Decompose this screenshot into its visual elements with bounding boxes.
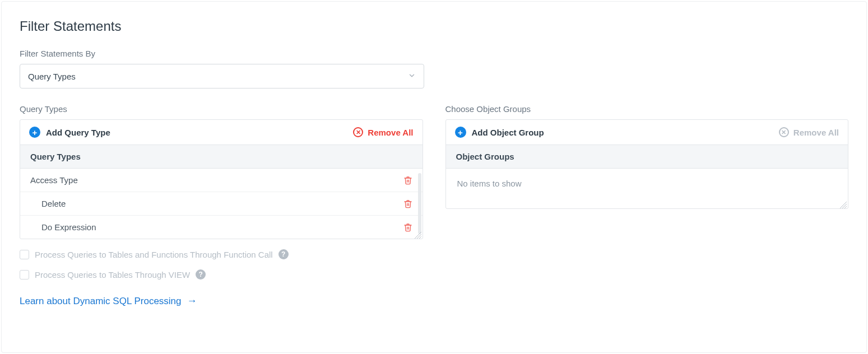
remove-all-query-types-label: Remove All [368, 128, 413, 137]
object-groups-column: Choose Object Groups + Add Object Group … [445, 104, 849, 209]
process-view-option: Process Queries to Tables Through VIEW ? [20, 269, 423, 280]
remove-all-object-groups-label: Remove All [793, 128, 839, 137]
list-item: Do Expression [20, 216, 423, 239]
object-groups-list-header: Object Groups [446, 145, 848, 169]
trash-icon[interactable] [403, 199, 412, 208]
process-func-call-option: Process Queries to Tables and Functions … [20, 249, 423, 259]
object-groups-empty-text: No items to show [446, 169, 848, 208]
list-item: Access Type [20, 169, 423, 192]
trash-icon[interactable] [403, 223, 412, 232]
arrow-right-icon: → [187, 295, 197, 307]
trash-icon[interactable] [403, 176, 412, 185]
query-types-column: Query Types + Add Query Type ✕ Remove Al… [20, 104, 423, 307]
filter-statements-panel: Filter Statements Filter Statements By Q… [1, 1, 867, 353]
learn-link-label: Learn about Dynamic SQL Processing [20, 296, 182, 307]
filter-by-label: Filter Statements By [20, 49, 848, 58]
add-query-type-button[interactable]: + Add Query Type [29, 127, 110, 138]
plus-circle-icon: + [455, 127, 466, 138]
filter-by-select[interactable]: Query Types [20, 64, 424, 88]
add-object-group-button[interactable]: + Add Object Group [455, 127, 544, 138]
list-item-label: Do Expression [30, 222, 96, 232]
query-types-list: Access Type Delete Do Expression [20, 169, 423, 239]
checkbox[interactable] [20, 250, 29, 259]
remove-all-query-types-button[interactable]: ✕ Remove All [353, 127, 413, 137]
checkbox[interactable] [20, 270, 29, 280]
filter-by-selected-value: Query Types [28, 72, 76, 81]
close-circle-icon: ✕ [353, 127, 363, 137]
option-label: Process Queries to Tables and Functions … [35, 250, 273, 259]
object-groups-box: + Add Object Group ✕ Remove All Object G… [445, 119, 849, 209]
scrollbar[interactable] [418, 173, 421, 234]
columns: Query Types + Add Query Type ✕ Remove Al… [20, 104, 848, 307]
plus-circle-icon: + [29, 127, 40, 138]
help-icon[interactable]: ? [278, 249, 289, 259]
list-item-label: Access Type [30, 175, 78, 185]
list-item-label: Delete [30, 199, 66, 208]
chevron-down-icon [408, 72, 416, 81]
add-query-type-label: Add Query Type [46, 128, 110, 137]
remove-all-object-groups-button: ✕ Remove All [779, 127, 839, 137]
query-types-box: + Add Query Type ✕ Remove All Query Type… [20, 119, 423, 239]
page-title: Filter Statements [20, 18, 848, 34]
help-icon[interactable]: ? [196, 269, 206, 280]
object-groups-section-label: Choose Object Groups [445, 104, 849, 114]
learn-dynamic-sql-link[interactable]: Learn about Dynamic SQL Processing → [20, 295, 197, 307]
close-circle-icon: ✕ [779, 127, 789, 137]
query-types-box-header: + Add Query Type ✕ Remove All [20, 120, 423, 145]
add-object-group-label: Add Object Group [472, 128, 544, 137]
query-types-list-header: Query Types [20, 145, 423, 169]
query-types-section-label: Query Types [20, 104, 423, 114]
object-groups-box-header: + Add Object Group ✕ Remove All [446, 120, 848, 145]
option-label: Process Queries to Tables Through VIEW [35, 270, 190, 280]
list-item: Delete [20, 192, 423, 216]
